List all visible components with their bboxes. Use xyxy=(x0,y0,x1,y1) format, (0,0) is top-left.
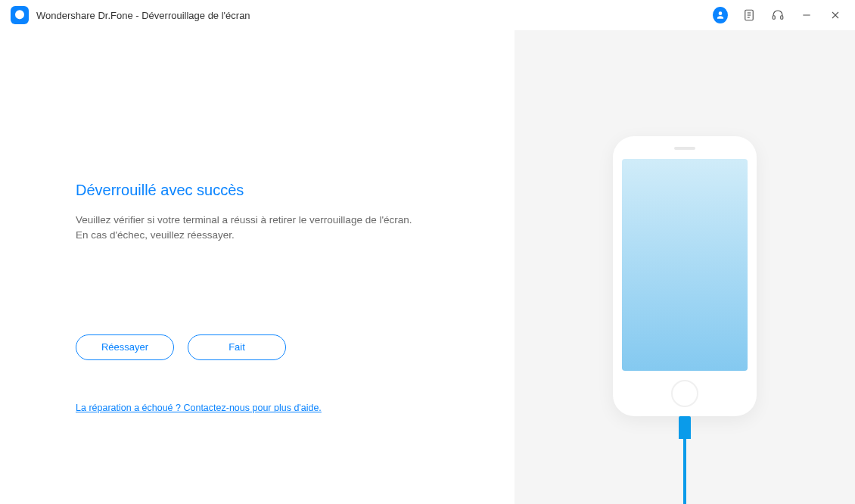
phone-illustration xyxy=(613,136,757,416)
phone-screen xyxy=(622,159,748,371)
titlebar-controls xyxy=(713,8,843,23)
done-button[interactable]: Fait xyxy=(188,334,286,360)
support-button[interactable] xyxy=(770,8,785,23)
svg-rect-6 xyxy=(773,16,775,20)
user-icon xyxy=(713,7,728,23)
headset-icon xyxy=(771,8,785,22)
right-panel xyxy=(515,30,855,504)
left-panel: Déverrouillé avec succès Veuillez vérifi… xyxy=(0,30,515,504)
svg-rect-7 xyxy=(781,16,783,20)
success-heading: Déverrouillé avec succès xyxy=(76,182,439,199)
phone-home-button-icon xyxy=(671,380,698,407)
document-icon xyxy=(742,8,756,22)
retry-button[interactable]: Réessayer xyxy=(76,334,174,360)
app-logo-icon xyxy=(11,6,29,24)
success-description: Veuillez vérifier si votre terminal a ré… xyxy=(76,213,424,244)
content-area: Déverrouillé avec succès Veuillez vérifi… xyxy=(0,30,855,504)
feedback-button[interactable] xyxy=(742,8,757,23)
account-button[interactable] xyxy=(713,8,728,23)
minimize-button[interactable] xyxy=(799,8,814,23)
phone-speaker-icon xyxy=(674,147,695,150)
close-icon xyxy=(829,9,841,21)
cable-icon xyxy=(683,437,686,504)
help-link[interactable]: La réparation a échoué ? Contactez-nous … xyxy=(76,403,322,413)
cable-connector-icon xyxy=(679,416,691,439)
window-title: Wondershare Dr.Fone - Déverrouillage de … xyxy=(36,10,250,21)
svg-rect-1 xyxy=(16,14,24,17)
close-button[interactable] xyxy=(828,8,843,23)
minimize-icon xyxy=(801,9,813,21)
button-row: Réessayer Fait xyxy=(76,334,439,360)
titlebar: Wondershare Dr.Fone - Déverrouillage de … xyxy=(0,0,855,30)
